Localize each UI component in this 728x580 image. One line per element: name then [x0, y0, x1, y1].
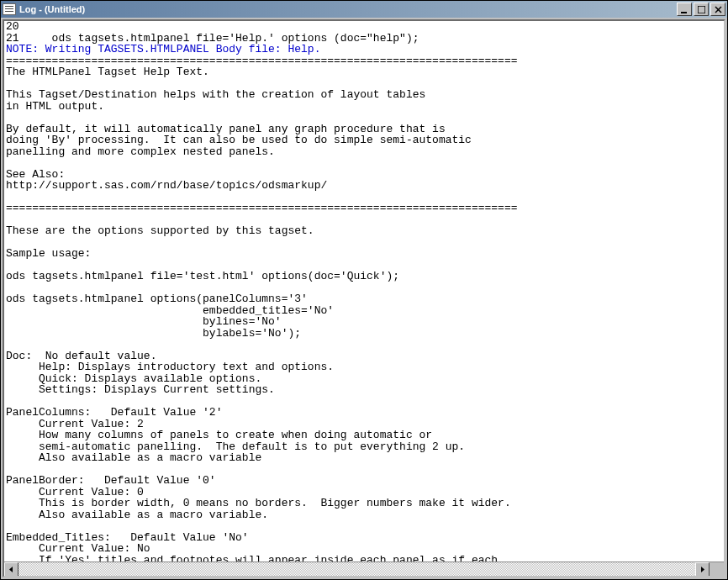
minimize-button[interactable]	[677, 3, 692, 16]
log-heading: The HTMLPanel Tagset Help Text.	[6, 66, 209, 78]
document-icon	[3, 3, 16, 15]
svg-marker-5	[701, 567, 704, 572]
window-title: Log - (Untitled)	[19, 4, 675, 14]
titlebar[interactable]: Log - (Untitled)	[1, 1, 727, 18]
log-line: bylabels='No');	[6, 327, 301, 340]
scroll-corner	[710, 562, 724, 577]
svg-rect-0	[681, 12, 687, 13]
scroll-left-button[interactable]	[4, 562, 18, 577]
maximize-button[interactable]	[694, 3, 709, 16]
log-separator: ========================================…	[6, 202, 518, 214]
scroll-track[interactable]	[18, 562, 695, 576]
log-line: ods tagsets.htmlpanel file='test.html' o…	[6, 270, 399, 282]
log-line: Also available as a macro variable.	[6, 509, 268, 521]
log-line: Sample usage:	[6, 247, 91, 260]
horizontal-scrollbar[interactable]	[4, 562, 724, 576]
log-line: These are the options supported by this …	[6, 224, 314, 237]
log-url: http://support.sas.com/rnd/base/topics/o…	[6, 179, 327, 192]
log-window: Log - (Untitled) 20 21 ods tagsets.htmlp…	[0, 0, 728, 580]
close-button[interactable]	[710, 3, 725, 16]
log-line: If 'Yes' titles and footnotes will appea…	[6, 554, 498, 562]
client-area: 20 21 ods tagsets.htmlpanel file='Help.'…	[3, 19, 725, 577]
svg-marker-4	[9, 567, 13, 572]
log-line: Also available as a macro variable	[6, 451, 261, 464]
log-line: in HTML output.	[6, 100, 104, 113]
scroll-right-button[interactable]	[695, 562, 710, 577]
log-line: Settings: Displays Current settings.	[6, 383, 275, 396]
log-content[interactable]: 20 21 ods tagsets.htmlpanel file='Help.'…	[4, 21, 724, 562]
svg-rect-1	[698, 6, 705, 13]
log-line: panelling and more complex nested panels…	[6, 145, 275, 158]
